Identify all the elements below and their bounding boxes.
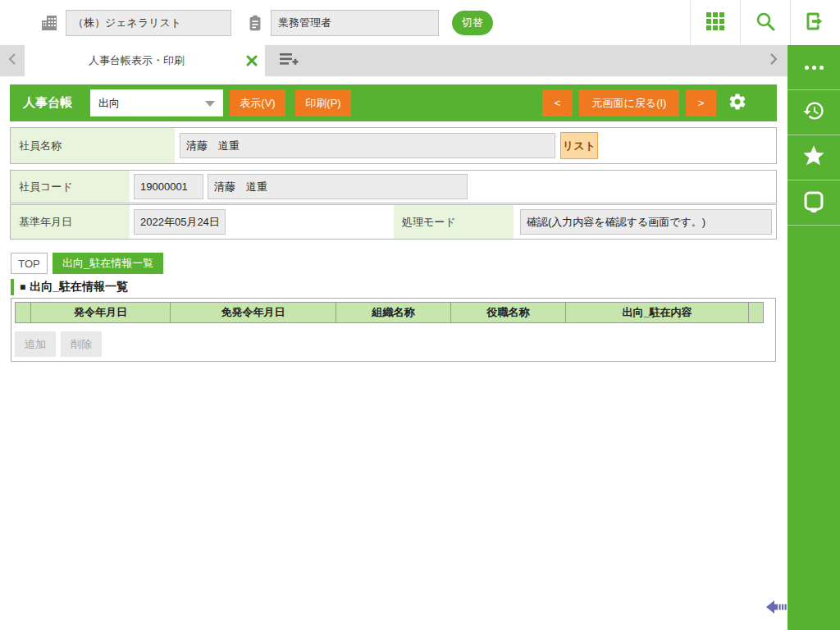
topbar: 切替	[0, 0, 840, 45]
section-heading: ■ 出向_駐在情報一覧	[11, 279, 128, 295]
tab-jinji-daicho[interactable]: 人事台帳表示・印刷	[25, 45, 265, 76]
report-title: 人事台帳	[23, 95, 72, 111]
report-type-select[interactable]: 出向	[90, 89, 223, 116]
add-tab-button[interactable]	[279, 50, 299, 71]
logout-button[interactable]	[790, 0, 840, 45]
table-header: 発令年月日	[31, 302, 171, 323]
sidebar-collapse-button[interactable]	[765, 597, 787, 620]
back-to-screen-button[interactable]: 元画面に戻る(I)	[579, 89, 679, 116]
employee-name-label: 社員名称	[11, 128, 175, 163]
delete-row-button[interactable]: 削除	[61, 331, 102, 357]
tab-shukko-list[interactable]: 出向_駐在情報一覧	[52, 253, 163, 274]
heading-text: 出向_駐在情報一覧	[30, 280, 128, 294]
shukko-table: 発令年月日 免発令年月日 組織名称 役職名称 出向_駐在内容 追加 削除	[11, 298, 776, 362]
print-button[interactable]: 印刷(P)	[295, 89, 351, 116]
settings-button[interactable]	[728, 92, 747, 115]
section-tabs: TOP 出向_駐在情報一覧	[11, 253, 163, 274]
tabbar: 人事台帳表示・印刷	[0, 45, 788, 76]
clipboard-icon	[246, 13, 264, 33]
process-mode-input[interactable]	[520, 209, 772, 235]
heading-marker: ■	[20, 281, 25, 293]
report-toolbar: 人事台帳 出向 表示(V) 印刷(P) < 元画面に戻る(I) >	[10, 84, 777, 121]
switch-button[interactable]: 切替	[452, 11, 493, 35]
more-icon	[805, 66, 824, 70]
search-button[interactable]	[740, 0, 790, 45]
gear-icon	[728, 92, 747, 115]
tab-title: 人事台帳表示・印刷	[25, 53, 265, 68]
table-header: 組織名称	[336, 302, 451, 323]
employee-code-label: 社員コード	[11, 171, 130, 203]
chevron-right-icon	[769, 52, 778, 69]
heading-bar	[11, 279, 14, 295]
logout-icon	[804, 10, 827, 36]
show-button[interactable]: 表示(V)	[230, 89, 285, 116]
building-icon	[39, 13, 59, 33]
next-record-button[interactable]: >	[686, 89, 716, 116]
add-tab-icon	[279, 50, 299, 71]
table-header: 役職名称	[451, 302, 566, 323]
tab-scroll-right-button[interactable]	[765, 45, 783, 76]
toolbar-nav: < 元画面に戻る(I) >	[542, 89, 764, 116]
table-header-row: 発令年月日 免発令年月日 組織名称 役職名称 出向_駐在内容	[15, 302, 772, 323]
apps-grid-icon	[705, 11, 726, 35]
base-date-label: 基準年月日	[11, 205, 130, 239]
favorites-button[interactable]	[788, 135, 840, 180]
sidebar	[788, 45, 840, 630]
table-header: 出向_駐在内容	[566, 302, 749, 323]
add-row-button[interactable]: 追加	[15, 331, 56, 357]
topbar-actions	[690, 0, 840, 45]
employee-name-row: 社員名称 リスト	[10, 127, 777, 164]
employee-code-row: 社員コード	[10, 170, 777, 203]
tab-close-icon[interactable]	[245, 54, 258, 67]
star-icon	[801, 144, 826, 171]
history-icon	[802, 99, 825, 126]
chevron-left-icon	[8, 52, 16, 69]
employee-code-name-input[interactable]	[208, 174, 468, 199]
apps-button[interactable]	[690, 0, 740, 45]
more-menu-button[interactable]	[788, 45, 840, 90]
search-icon	[755, 11, 776, 35]
table-header: 免発令年月日	[171, 302, 336, 323]
tab-top[interactable]: TOP	[11, 253, 48, 274]
employee-code-input[interactable]	[134, 174, 203, 199]
employee-name-input[interactable]	[180, 133, 555, 158]
report-type-value: 出向	[98, 96, 120, 111]
tab-scroll-left-button[interactable]	[0, 45, 25, 76]
base-date-input[interactable]	[134, 209, 226, 235]
company-input[interactable]	[66, 10, 231, 36]
table-header-spacer	[749, 302, 764, 323]
prev-record-button[interactable]: <	[542, 89, 573, 116]
base-date-row: 基準年月日 処理モード	[10, 204, 777, 240]
tray-icon	[802, 189, 825, 216]
list-button[interactable]: リスト	[560, 132, 598, 159]
table-actions: 追加 削除	[15, 331, 772, 357]
collapse-arrow-icon	[765, 605, 787, 619]
table-header-select	[15, 302, 31, 323]
role-input[interactable]	[271, 10, 439, 36]
history-button[interactable]	[788, 90, 840, 135]
tray-button[interactable]	[788, 180, 840, 226]
process-mode-label: 処理モード	[394, 205, 514, 239]
